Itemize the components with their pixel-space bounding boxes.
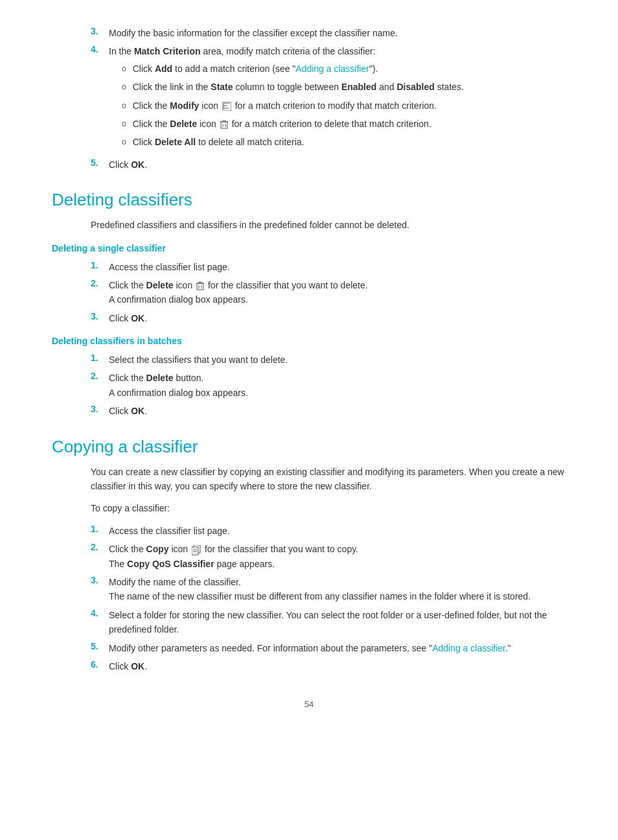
copy-step1-text: Access the classifier list page. xyxy=(109,524,566,538)
subitem-1: Click Add to add a match criterion (see … xyxy=(109,62,566,76)
subitem1-text: Click Add to add a match criterion (see … xyxy=(133,62,378,76)
copy-step2-num: 2. xyxy=(91,542,109,552)
svg-rect-5 xyxy=(221,122,227,128)
subitem-2: Click the link in the State column to to… xyxy=(109,80,566,94)
subitem3-modify: Modify xyxy=(170,100,199,111)
deleting-classifiers-title: Deleting classifiers xyxy=(52,190,566,210)
subitem3-text: Click the Modify icon for a match criter… xyxy=(133,99,437,113)
subitem-3: Click the Modify icon for a match criter… xyxy=(109,99,566,113)
subitem2-disabled: Disabled xyxy=(396,82,434,92)
adding-classifier-link-2[interactable]: Adding a classifier xyxy=(432,643,505,653)
copy-step5-num: 5. xyxy=(91,641,109,651)
step4-text-pre: In the xyxy=(109,46,134,56)
single-steps: 1. Access the classifier list page. 2. C… xyxy=(52,260,566,326)
batch-step1-text: Select the classifiers that you want to … xyxy=(109,353,566,367)
batch-step2-delete: Delete xyxy=(146,373,174,383)
single-step1-num: 1. xyxy=(91,260,109,270)
step-5: 5. Click OK. xyxy=(91,158,566,172)
deleting-single-subtitle: Deleting a single classifier xyxy=(52,243,566,253)
batch-steps: 1. Select the classifiers that you want … xyxy=(52,353,566,419)
page-container: 3. Modify the basic information for the … xyxy=(0,0,618,748)
copy-step3-num: 3. xyxy=(91,575,109,585)
copy-step4-num: 4. xyxy=(91,608,109,618)
copy-step-1: 1. Access the classifier list page. xyxy=(91,524,566,538)
copy-step2-note-bold: Copy QoS Classifier xyxy=(127,559,214,569)
copy-step3-content: Modify the name of the classifier. The n… xyxy=(109,575,566,604)
adding-classifier-link-1[interactable]: Adding a classifier xyxy=(295,64,369,74)
subitem2-state: State xyxy=(211,82,233,92)
subitem4-delete: Delete xyxy=(170,119,197,129)
copy-step-3: 3. Modify the name of the classifier. Th… xyxy=(91,575,566,604)
subitem2-enabled: Enabled xyxy=(341,82,376,92)
single-step-2: 2. Click the Delete icon for the classif… xyxy=(91,278,566,307)
batch-step3-num: 3. xyxy=(91,404,109,414)
svg-rect-12 xyxy=(197,283,203,290)
copy-step5-content: Modify other parameters as needed. For i… xyxy=(109,641,566,655)
copying-classifier-title: Copying a classifier xyxy=(52,437,566,457)
step4-sublist: Click Add to add a match criterion (see … xyxy=(109,62,566,150)
trash-icon-2 xyxy=(196,281,204,290)
copy-step6-num: 6. xyxy=(91,659,109,670)
copy-step2-note: The Copy QoS Classifier page appears. xyxy=(109,559,275,569)
step3-num: 3. xyxy=(91,26,109,36)
subitem-5: Click Delete All to delete all match cri… xyxy=(109,135,566,149)
subitem5-deleteall: Delete All xyxy=(155,137,196,147)
single-step3-ok: OK xyxy=(131,313,144,323)
page-number: 54 xyxy=(52,699,566,709)
single-step2-note: A confirmation dialog box appears. xyxy=(109,294,248,305)
subitem5-text: Click Delete All to delete all match cri… xyxy=(133,135,304,149)
subitem4-text: Click the Delete icon for a match criter… xyxy=(133,117,431,131)
single-step2-num: 2. xyxy=(91,278,109,288)
subitem1-bold: Add xyxy=(155,64,172,74)
subitem-4: Click the Delete icon for a match criter… xyxy=(109,117,566,131)
svg-rect-20 xyxy=(192,547,198,555)
batch-step3-content: Click OK. xyxy=(109,404,566,418)
single-step2-content: Click the Delete icon for the classifier… xyxy=(109,278,566,307)
copy-steps: 1. Access the classifier list page. 2. C… xyxy=(52,524,566,674)
copy-step-4: 4. Select a folder for storing the new c… xyxy=(91,608,566,637)
modify-icon xyxy=(222,102,231,111)
batch-step2-content: Click the Delete button. A confirmation … xyxy=(109,371,566,400)
trash-icon-1 xyxy=(220,120,228,129)
batch-step-2: 2. Click the Delete button. A confirmati… xyxy=(91,371,566,400)
step-3: 3. Modify the basic information for the … xyxy=(91,26,566,40)
copying-intro2: To copy a classifier: xyxy=(52,501,566,515)
copy-step-2: 2. Click the Copy icon for the classifie… xyxy=(91,542,566,571)
batch-step3-ok: OK xyxy=(131,406,144,416)
single-step3-content: Click OK. xyxy=(109,311,566,325)
step-4: 4. In the Match Criterion area, modify m… xyxy=(91,44,566,153)
single-step-3: 3. Click OK. xyxy=(91,311,566,325)
copy-icon xyxy=(192,545,201,555)
copy-step-6: 6. Click OK. xyxy=(91,659,566,673)
step5-content: Click OK. xyxy=(109,158,566,172)
deleting-batches-subtitle: Deleting classifiers in batches xyxy=(52,336,566,346)
copy-step1-num: 1. xyxy=(91,524,109,534)
batch-step2-note: A confirmation dialog box appears. xyxy=(109,388,248,398)
step3-text: Modify the basic information for the cla… xyxy=(109,26,566,40)
single-step-1: 1. Access the classifier list page. xyxy=(91,260,566,274)
copy-step-5: 5. Modify other parameters as needed. Fo… xyxy=(91,641,566,655)
step4-content: In the Match Criterion area, modify matc… xyxy=(109,44,566,153)
top-steps-block: 3. Modify the basic information for the … xyxy=(52,26,566,172)
copy-step4-text: Select a folder for storing the new clas… xyxy=(109,608,566,637)
subitem2-text: Click the link in the State column to to… xyxy=(133,80,464,94)
single-step3-num: 3. xyxy=(91,311,109,321)
batch-step-1: 1. Select the classifiers that you want … xyxy=(91,353,566,367)
copy-step2-content: Click the Copy icon for the classifier t… xyxy=(109,542,566,571)
step5-num: 5. xyxy=(91,158,109,168)
batch-step-3: 3. Click OK. xyxy=(91,404,566,418)
copying-intro1: You can create a new classifier by copyi… xyxy=(52,465,566,494)
step4-text-mid: area, modify match criteria of the class… xyxy=(201,46,376,56)
batch-step2-num: 2. xyxy=(91,371,109,381)
copy-step6-content: Click OK. xyxy=(109,659,566,673)
copy-step2-copy: Copy xyxy=(146,544,169,554)
copy-step6-ok: OK xyxy=(131,661,144,671)
step5-ok: OK xyxy=(131,159,144,170)
single-step1-text: Access the classifier list page. xyxy=(109,260,566,274)
batch-step1-num: 1. xyxy=(91,353,109,363)
step4-num: 4. xyxy=(91,44,109,54)
deleting-classifiers-intro: Predefined classifiers and classifiers i… xyxy=(52,218,566,232)
single-step2-delete: Delete xyxy=(146,280,174,290)
copy-step3-note: The name of the new classifier must be d… xyxy=(109,591,531,601)
step4-bold1: Match Criterion xyxy=(134,46,201,56)
